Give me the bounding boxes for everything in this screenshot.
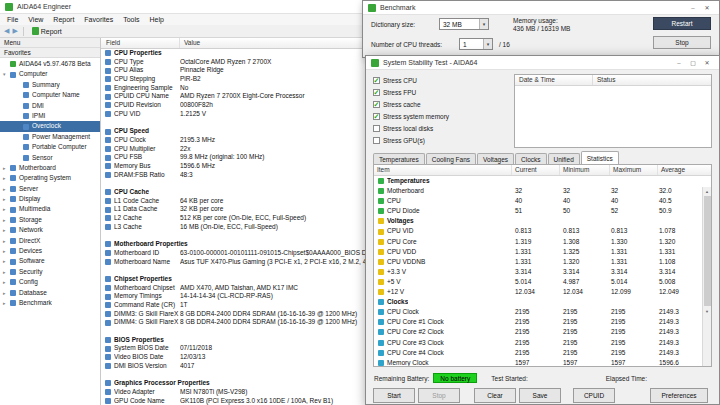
tree-item-operating-system[interactable]: ▸Operating System (0, 173, 100, 183)
checkbox-stress-local-disks[interactable]: Stress local disks (373, 122, 509, 134)
stat-row-3-3-v[interactable]: +3.3 V3.3143.3143.3143.314 (374, 267, 711, 277)
tree-item-database[interactable]: ▸Database (0, 288, 100, 298)
save-button[interactable]: Save (519, 388, 561, 403)
clear-button[interactable]: Clear (474, 388, 516, 403)
stat-row-cpu-vdd[interactable]: CPU VDD1.3311.3251.3311.331 (374, 247, 711, 257)
stats-scrollbar[interactable]: ▲ ▼ (702, 187, 711, 366)
stat-row-cpu-core-1-clock[interactable]: CPU Core #1 Clock2195219521952149.3 (374, 317, 711, 327)
stability-titlebar[interactable]: System Stability Test - AIDA64 – ▢ ✕ (366, 56, 719, 70)
tree-item-security[interactable]: ▸Security (0, 267, 100, 277)
tree-item-directx[interactable]: ▸DirectX (0, 236, 100, 246)
stat-row-cpu[interactable]: CPU40404040.5 (374, 196, 711, 206)
restart-button[interactable]: Restart (653, 17, 711, 30)
stat-row-cpu-core[interactable]: CPU Core1.3191.3081.3301.320 (374, 237, 711, 247)
stat-row-cpu-core-4-clock[interactable]: CPU Core #4 Clock2195219521952149.3 (374, 348, 711, 358)
expand-arrow-icon[interactable]: ▸ (3, 194, 10, 204)
tree-item-ipmi[interactable]: IPMI (0, 111, 100, 121)
stat-row-memory-clock[interactable]: Memory Clock1597159715971596.6 (374, 358, 711, 366)
expand-arrow-icon[interactable]: ▸ (3, 256, 10, 266)
tree-item-portable-computer[interactable]: Portable Computer (0, 142, 100, 152)
expand-arrow-icon[interactable]: ▸ (3, 298, 10, 308)
checkbox-stress-gpu-s[interactable]: Stress GPU(s) (373, 134, 509, 146)
stat-row-cpu-vid[interactable]: CPU VID0.8130.8130.8131.078 (374, 226, 711, 236)
column-header-field[interactable]: Field (101, 38, 180, 48)
scrollbar-thumb[interactable] (704, 196, 711, 306)
checkbox-stress-system-memory[interactable]: ✓Stress system memory (373, 110, 509, 122)
stat-row-5-v[interactable]: +5 V5.0144.9875.0145.008 (374, 277, 711, 287)
tab-temperatures[interactable]: Temperatures (373, 153, 425, 164)
stat-row-motherboard[interactable]: Motherboard32323232.0 (374, 186, 711, 196)
preferences-button[interactable]: Preferences (650, 388, 708, 403)
tab-cooling-fans[interactable]: Cooling Fans (426, 153, 476, 164)
stat-row-cpu-core-2-clock[interactable]: CPU Core #2 Clock2195219521952149.3 (374, 327, 711, 337)
menu-item-favorites[interactable]: Favorites (79, 16, 118, 23)
close-button[interactable]: ✕ (700, 2, 714, 14)
tree-item-aida64-v5-97-4678-beta[interactable]: AIDA64 v5.97.4678 Beta (0, 59, 100, 69)
benchmark-titlebar[interactable]: Benchmark – ✕ (363, 1, 719, 15)
stat-row-cpu-core-3-clock[interactable]: CPU Core #3 Clock2195219521952149.3 (374, 338, 711, 348)
expand-arrow-icon[interactable]: ▸ (3, 184, 10, 194)
tree-item-computer-name[interactable]: Computer Name (0, 90, 100, 100)
sidebar-panel-menu[interactable]: Menu (0, 38, 100, 48)
tree-item-multimedia[interactable]: ▸Multimedia (0, 204, 100, 214)
column-header-current[interactable]: Current (512, 165, 560, 175)
tab-unified[interactable]: Unified (548, 153, 580, 164)
tree-item-dmi[interactable]: DMI (0, 101, 100, 111)
expand-arrow-icon[interactable]: ▸ (3, 163, 10, 173)
expand-arrow-icon[interactable]: ▸ (3, 204, 10, 214)
benchmark-stop-button[interactable]: Stop (653, 36, 711, 49)
expand-arrow-icon[interactable]: ▸ (3, 267, 10, 277)
checkbox-stress-fpu[interactable]: ✓Stress FPU (373, 86, 509, 98)
menu-item-tools[interactable]: Tools (118, 16, 144, 23)
tree-item-devices[interactable]: ▸Devices (0, 246, 100, 256)
cpu-threads-select[interactable]: 1 ▾ (459, 38, 493, 50)
expand-arrow-icon[interactable]: ▸ (3, 236, 10, 246)
column-header-maximum[interactable]: Maximum (610, 165, 658, 175)
close-button[interactable]: ✕ (700, 57, 714, 69)
expand-arrow-icon[interactable]: ▸ (3, 277, 10, 287)
sidebar-panel-favorites[interactable]: Favorites (0, 48, 100, 58)
expand-arrow-icon[interactable]: ▸ (3, 215, 10, 225)
tree-item-config[interactable]: ▸Config (0, 277, 100, 287)
column-header-status[interactable]: Status (593, 75, 711, 85)
stat-row-cpu-vddnb[interactable]: CPU VDDNB1.3311.3201.3311.108 (374, 257, 711, 267)
tree-item-display[interactable]: ▸Display (0, 194, 100, 204)
expand-arrow-icon[interactable]: ▾ (3, 69, 10, 79)
column-header-minimum[interactable]: Minimum (560, 165, 610, 175)
tree-item-computer[interactable]: ▾Computer (0, 69, 100, 79)
column-header-item[interactable]: Item (374, 165, 512, 175)
cpuid-button[interactable]: CPUID (573, 388, 615, 403)
minimize-button[interactable]: – (672, 57, 686, 69)
scroll-up-icon[interactable]: ▲ (705, 187, 709, 195)
tree-item-software[interactable]: ▸Software (0, 256, 100, 266)
forward-icon[interactable]: ▶ (12, 27, 17, 35)
stat-row-12-v[interactable]: +12 V12.03412.03412.09912.049 (374, 287, 711, 297)
tab-voltages[interactable]: Voltages (477, 153, 514, 164)
report-button[interactable]: Report (29, 27, 65, 35)
scroll-down-icon[interactable]: ▼ (705, 307, 709, 315)
expand-arrow-icon[interactable]: ▸ (3, 288, 10, 298)
menu-item-view[interactable]: View (23, 16, 48, 23)
tree-item-motherboard[interactable]: ▸Motherboard (0, 163, 100, 173)
tree-item-benchmark[interactable]: ▸Benchmark (0, 298, 100, 308)
tree-item-network[interactable]: ▸Network (0, 225, 100, 235)
tab-statistics[interactable]: Statistics (581, 151, 619, 164)
tree-item-server[interactable]: ▸Server (0, 184, 100, 194)
minimize-button[interactable]: – (686, 2, 700, 14)
expand-arrow-icon[interactable]: ▸ (3, 173, 10, 183)
maximize-button[interactable]: ▢ (686, 57, 700, 69)
tree-item-storage[interactable]: ▸Storage (0, 215, 100, 225)
column-header-average[interactable]: Average (658, 165, 711, 175)
menu-item-report[interactable]: Report (48, 16, 79, 23)
menu-item-help[interactable]: Help (144, 16, 168, 23)
checkbox-stress-cpu[interactable]: ✓Stress CPU (373, 74, 509, 86)
dictionary-size-select[interactable]: 32 MB ▾ (439, 18, 489, 30)
stat-row-cpu-clock[interactable]: CPU Clock2195219521952149.3 (374, 307, 711, 317)
stat-row-cpu-diode[interactable]: CPU Diode51505250.9 (374, 206, 711, 216)
checkbox-stress-cache[interactable]: ✓Stress cache (373, 98, 509, 110)
menu-item-file[interactable]: File (2, 16, 23, 23)
column-header-date-time[interactable]: Date & Time (515, 75, 593, 85)
tree-item-sensor[interactable]: Sensor (0, 153, 100, 163)
tab-clocks[interactable]: Clocks (515, 153, 547, 164)
tree-item-power-management[interactable]: Power Management (0, 132, 100, 142)
